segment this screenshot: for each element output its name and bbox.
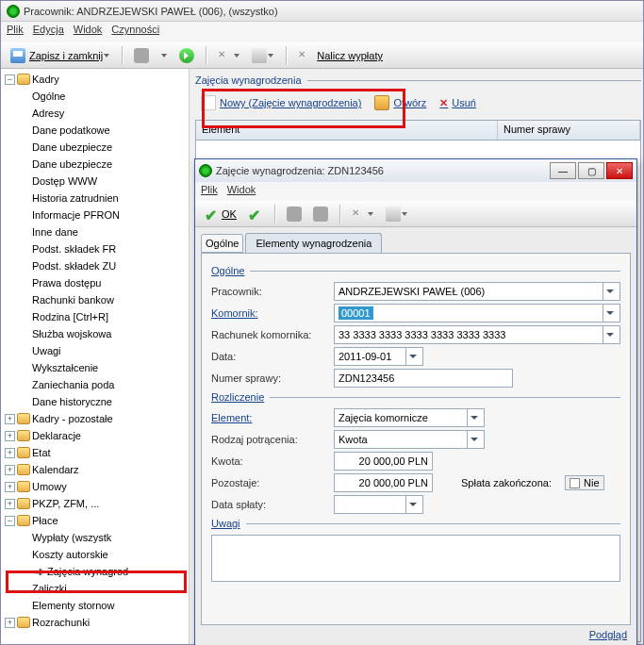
expand-icon[interactable]: + xyxy=(5,482,15,492)
new-record-button[interactable]: Nowy (Zajęcie wynagrodzenia) xyxy=(201,95,361,110)
tree-node-historia[interactable]: Historia zatrudnien xyxy=(18,190,187,207)
tools-icon xyxy=(218,48,233,63)
tree-node-dane-podatkowe[interactable]: Dane podatkowe xyxy=(18,122,187,139)
column-numer-sprawy[interactable]: Numer sprawy xyxy=(498,121,640,140)
tree-node-deklaracje[interactable]: +Deklaracje xyxy=(3,427,187,444)
tree-node-umowy[interactable]: +Umowy xyxy=(3,478,187,495)
datepicker-data[interactable]: 2011-09-01 xyxy=(334,347,423,366)
nalicz-wyplaty-button[interactable]: Nalicz wypłaty xyxy=(294,45,387,66)
tree-node-zajecia-wynagrodzen[interactable]: ➪Zajęcia wynagrod xyxy=(18,563,187,580)
tree-node-kadry[interactable]: −Kadry Ogólne Adresy Dane podatkowe Dane… xyxy=(3,71,187,410)
folder-icon xyxy=(17,74,30,85)
select-pracownik[interactable]: ANDRZEJEWSKI PAWEŁ (006) xyxy=(334,282,620,301)
tree-node-kadry-pozostale[interactable]: +Kadry - pozostałe xyxy=(3,410,187,427)
select-komornik[interactable]: 00001 xyxy=(334,304,620,322)
tree-node-pfron[interactable]: Informacje PFRON xyxy=(18,207,187,223)
select-rachunek[interactable]: 33 3333 3333 3333 3333 3333 3333 xyxy=(334,325,620,344)
tree-node-podst-fr[interactable]: Podst. składek FR xyxy=(18,240,187,257)
tree-node-sluzba[interactable]: Służba wojskowa xyxy=(18,325,187,342)
tree-node-dane-historyczne[interactable]: Dane historyczne xyxy=(18,393,187,410)
menu-widok[interactable]: Widok xyxy=(227,184,256,199)
expand-icon[interactable]: + xyxy=(5,465,15,475)
collapse-icon[interactable]: − xyxy=(5,74,15,85)
tree-node-inne[interactable]: Inne dane xyxy=(18,223,187,240)
input-numer-sprawy[interactable] xyxy=(334,369,513,388)
dialog-titlebar[interactable]: Zajęcie wynagrodzenia: ZDN123456 — ▢ ✕ xyxy=(195,159,636,182)
input-pozostaje[interactable] xyxy=(334,473,433,492)
tree-node-elementy-storno[interactable]: Elementy stornow xyxy=(18,597,187,614)
expand-icon[interactable]: + xyxy=(5,448,15,458)
tree-node-wyplaty[interactable]: Wypłaty (wszystk xyxy=(18,529,187,546)
tools-button[interactable] xyxy=(348,204,378,224)
menu-plik[interactable]: Plik xyxy=(201,184,218,199)
tree-node-place[interactable]: −Płace Wypłaty (wszystk Koszty autorskie… xyxy=(3,512,187,614)
menu-widok[interactable]: Widok xyxy=(74,24,103,41)
navigation-tree[interactable]: −Kadry Ogólne Adresy Dane podatkowe Dane… xyxy=(1,69,190,644)
input-kwota[interactable] xyxy=(334,452,433,471)
tab-ogolne[interactable]: Ogólne xyxy=(201,234,243,253)
expand-icon[interactable]: + xyxy=(5,414,15,424)
textarea-uwagi[interactable] xyxy=(211,535,620,582)
tree-node-kalendarz[interactable]: +Kalendarz xyxy=(3,461,187,478)
chevron-down-icon xyxy=(103,48,110,63)
main-toolbar: Zapisz i zamknij Nalicz wypłaty xyxy=(1,42,643,69)
tools-icon xyxy=(352,207,367,222)
tools-button[interactable] xyxy=(214,45,244,66)
tab-elementy[interactable]: Elementy wynagrodzenia xyxy=(245,233,382,253)
menu-czynnosci[interactable]: Czynności xyxy=(111,24,159,41)
datepicker-data-splaty[interactable] xyxy=(334,495,423,514)
tree-node-wyksztalcenie[interactable]: Wykształcenie xyxy=(18,359,187,376)
label-pracownik: Pracownik: xyxy=(211,286,334,297)
collapse-icon[interactable]: − xyxy=(5,516,15,526)
tree-node-podst-zu[interactable]: Podst. składek ZU xyxy=(18,257,187,274)
apply-button[interactable]: ✔ xyxy=(244,204,267,224)
tree-node-rodzina[interactable]: Rodzina [Ctrl+R] xyxy=(18,308,187,325)
nav-back-button[interactable] xyxy=(283,204,305,224)
tree-node-rozrachunki[interactable]: +Rozrachunki xyxy=(3,614,187,631)
tree-node-zaliczki[interactable]: Zaliczki xyxy=(18,580,187,597)
tree-node-adresy[interactable]: Adresy xyxy=(18,105,187,122)
form-panel: Ogólne Pracownik: ANDRZEJEWSKI PAWEŁ (00… xyxy=(201,253,631,625)
close-button[interactable]: ✕ xyxy=(606,162,633,179)
expand-icon[interactable]: + xyxy=(5,431,15,441)
arrow-left-icon xyxy=(134,48,149,63)
select-rodzaj[interactable]: Kwota xyxy=(334,430,485,449)
section-rozliczenie[interactable]: Rozliczenie xyxy=(211,391,264,403)
print-button[interactable] xyxy=(248,45,278,66)
minimize-button[interactable]: — xyxy=(550,162,576,179)
tree-node-dostep-www[interactable]: Dostęp WWW xyxy=(18,173,187,190)
tree-node-dane-ubezpiecze[interactable]: Dane ubezpiecze xyxy=(18,139,187,156)
tree-node-pkzp[interactable]: +PKZP, ZFM, ... xyxy=(3,495,187,512)
open-record-button[interactable]: Otwórz xyxy=(374,95,426,110)
tree-node-dane-ubezpiecze2[interactable]: Dane ubezpiecze xyxy=(18,156,187,173)
tree-node-koszty[interactable]: Koszty autorskie xyxy=(18,546,187,563)
nav-down-button[interactable] xyxy=(157,45,172,66)
select-element[interactable]: Zajęcia komornicze xyxy=(334,408,485,427)
tree-node-rachunki[interactable]: Rachunki bankow xyxy=(18,291,187,308)
ok-button[interactable]: ✔ OK xyxy=(201,204,240,224)
print-button[interactable] xyxy=(382,204,412,224)
expand-icon[interactable]: + xyxy=(5,499,15,509)
checkbox-splata-zakonczona[interactable]: Nie xyxy=(565,475,604,490)
print-icon xyxy=(252,48,267,63)
delete-record-button[interactable]: ✕ Usuń xyxy=(439,97,476,109)
link-podglad[interactable]: Podgląd xyxy=(589,629,627,640)
tree-node-prawa[interactable]: Prawa dostępu xyxy=(18,274,187,291)
tree-node-uwagi[interactable]: Uwagi xyxy=(18,342,187,359)
nav-back-button[interactable] xyxy=(130,45,153,66)
menu-plik[interactable]: Plik xyxy=(7,24,24,41)
print-icon xyxy=(386,207,401,222)
column-element[interactable]: Element xyxy=(196,121,498,140)
section-ogolne[interactable]: Ogólne xyxy=(211,265,244,276)
label-splata: Spłata zakończona: xyxy=(461,477,552,488)
section-uwagi[interactable]: Uwagi xyxy=(211,518,240,529)
tree-node-zaniechania[interactable]: Zaniechania poda xyxy=(18,376,187,393)
menu-edycja[interactable]: Edycja xyxy=(33,24,64,41)
nav-forward-button[interactable] xyxy=(309,204,332,224)
maximize-button[interactable]: ▢ xyxy=(578,162,604,179)
tree-node-etat[interactable]: +Etat xyxy=(3,444,187,461)
save-and-close-button[interactable]: Zapisz i zamknij xyxy=(7,45,114,66)
tree-node-ogolne[interactable]: Ogólne xyxy=(18,88,187,105)
expand-icon[interactable]: + xyxy=(5,618,15,628)
nav-forward-button[interactable] xyxy=(175,45,198,66)
